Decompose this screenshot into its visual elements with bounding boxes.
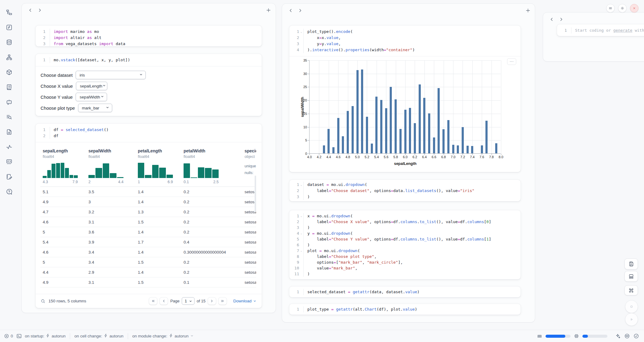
generate-with-ai-link[interactable]: generate (613, 28, 632, 33)
code-line[interactable]: 6) (289, 242, 521, 248)
table-row[interactable]: 4.63.11.50.2setosa (40, 217, 256, 227)
help-icon[interactable] (6, 188, 13, 195)
fold-chevron-icon[interactable]: ⌄ (299, 230, 303, 236)
code-line[interactable]: 4⌄y = mo.ui.dropdown( (289, 230, 521, 236)
table-row[interactable]: 4.42.91.40.2setosa (40, 267, 256, 277)
fold-chevron-icon[interactable]: ⌄ (299, 29, 303, 35)
table-row[interactable]: 4.73.21.30.2setosa (40, 207, 256, 217)
code-line[interactable]: 2 label="Choose dataset", options=data.l… (289, 188, 521, 194)
code-line[interactable]: 3from vega_datasets import data (36, 41, 262, 47)
fold-chevron-icon[interactable]: ⌄ (299, 248, 303, 254)
function-icon[interactable] (6, 24, 13, 31)
add-cell-button-middle[interactable] (524, 7, 532, 15)
code-cell-xy-dropdowns[interactable]: 1⌄x = mo.ui.dropdown(2 label="Choose X v… (289, 210, 521, 280)
code-line[interactable]: 3) (289, 194, 521, 200)
column-middle-prev-button[interactable] (287, 7, 294, 15)
choose-y-value-select[interactable]: sepalWidth (76, 93, 107, 101)
sitemap-icon[interactable] (6, 54, 13, 61)
code-line[interactable]: 5 label="Choose Y value", options=df.col… (289, 236, 521, 242)
code-line[interactable]: 1mo.vstack([dataset, x, y, plot]) (36, 57, 262, 63)
fold-chevron-icon[interactable]: ⌄ (299, 182, 303, 188)
bar-chart[interactable]: sepalWidth sepalLength 051015202530354.0… (309, 60, 501, 154)
run-mode-item[interactable]: on cell change:autorun (74, 333, 123, 339)
connection-status-button[interactable] (633, 333, 639, 339)
table-scrollbar[interactable] (255, 176, 256, 212)
code-placeholder[interactable]: Start coding or generate with AI (571, 27, 644, 34)
download-button[interactable]: Download (233, 299, 257, 303)
table-column-header[interactable]: petalLengthfloat6416.9 (135, 148, 181, 185)
code-editor[interactable]: 1⌄plot_type().encode(2 x=x.value,3 y=y.v… (289, 26, 521, 56)
error-count-badge[interactable]: 0 (4, 333, 13, 339)
code-cell-chart[interactable]: 1⌄plot_type().encode(2 x=x.value,3 y=y.v… (289, 25, 521, 172)
code-line[interactable]: 1df = selected_dataset() (36, 127, 262, 133)
code-cell-dataset-dropdown[interactable]: 1⌄dataset = mo.ui.dropdown(2 label="Choo… (289, 180, 521, 201)
table-column-header[interactable]: sepalWidthfloat6424.4 (86, 148, 135, 185)
code-cell-plot-type[interactable]: 1plot_type = getattr(alt.Chart(df), plot… (289, 304, 521, 315)
save-button[interactable] (624, 258, 638, 269)
code-cell-dataframe[interactable]: 1df = selected_dataset()2df sepalLengthf… (35, 123, 262, 308)
code-line[interactable]: 1⌄x = mo.ui.dropdown( (289, 213, 521, 219)
code-line[interactable]: 1⌄plot_type().encode( (289, 29, 521, 35)
last-page-button[interactable] (218, 297, 227, 305)
table-row[interactable]: 4.931.40.2setosa (40, 197, 256, 207)
code-line[interactable]: 2 label="Choose X value", options=df.col… (289, 219, 521, 225)
table-row[interactable]: 5.13.51.40.2setosa (40, 187, 256, 197)
stop-kernel-button[interactable] (625, 300, 638, 313)
code-editor[interactable]: 1selected_dataset = getattr(data, datase… (289, 287, 521, 297)
column-middle-next-button[interactable] (296, 7, 304, 15)
code-line[interactable]: 2df (36, 133, 262, 139)
table-row[interactable]: 4.93.11.50.1setosa (40, 277, 256, 287)
chat-bot-icon[interactable] (6, 99, 13, 105)
code-cell-imports[interactable]: 1import marimo as mo2import altair as al… (35, 25, 262, 47)
code-editor[interactable]: 1⌄x = mo.ui.dropdown(2 label="Choose X v… (289, 210, 521, 280)
column-right-prev-button[interactable] (548, 16, 555, 23)
choose-x-value-select[interactable]: sepalLength (76, 82, 107, 90)
file-tree-icon[interactable] (6, 9, 13, 16)
column-left-next-button[interactable] (36, 7, 43, 14)
code-editor[interactable]: 1mo.vstack([dataset, x, y, plot]) (36, 54, 262, 66)
code-line[interactable]: 4).interactive().properties(width="conta… (289, 47, 521, 53)
code-line[interactable]: 7⌄plot = mo.ui.dropdown( (289, 248, 521, 254)
code-editor[interactable]: 1import marimo as mo2import altair as al… (36, 26, 262, 47)
settings-button[interactable] (618, 4, 627, 12)
activity-icon[interactable] (6, 144, 13, 150)
snippets-icon[interactable] (6, 159, 13, 165)
table-row[interactable]: 53.41.50.2setosa (40, 257, 256, 267)
copilot-button[interactable] (624, 333, 630, 339)
add-cell-button-left[interactable] (264, 7, 272, 15)
empty-code-cell[interactable]: 1 Start coding or generate with AI (557, 24, 644, 36)
run-mode-item[interactable]: on module change:autorun (132, 333, 194, 339)
search-icon[interactable] (41, 299, 45, 304)
next-page-button[interactable] (208, 297, 216, 305)
code-line[interactable]: 3 y=y.value, (289, 41, 521, 47)
layout-button[interactable] (624, 271, 638, 282)
table-row[interactable]: 53.61.40.2setosa (40, 227, 256, 237)
code-line[interactable]: 1⌄dataset = mo.ui.dropdown( (289, 182, 521, 188)
code-line[interactable]: 2import altair as alt (36, 35, 262, 41)
table-column-header[interactable]: speciesobjectunique:nulls: (242, 148, 256, 185)
code-line[interactable]: 9 options=["mark_bar", "mark_circle"], (289, 259, 521, 265)
previous-page-button[interactable] (159, 297, 168, 305)
fold-chevron-icon[interactable]: ⌄ (299, 213, 303, 219)
choose-plot-type-select[interactable]: mark_bar (78, 104, 112, 112)
code-editor[interactable]: 1⌄dataset = mo.ui.dropdown(2 label="Choo… (289, 180, 521, 201)
code-line[interactable]: 11) (289, 271, 521, 277)
table-row[interactable]: 5.43.91.70.4setosa (40, 237, 256, 247)
run-all-button[interactable] (625, 313, 638, 326)
code-line[interactable]: 1plot_type = getattr(alt.Chart(df), plot… (289, 306, 521, 312)
code-line[interactable]: 2 x=x.value, (289, 35, 521, 41)
table-row[interactable]: 4.63.41.40.30000000000000004setosa (40, 247, 256, 257)
package-icon[interactable] (6, 69, 13, 76)
keyboard-shortcuts-button[interactable] (624, 285, 638, 295)
document-icon[interactable] (6, 129, 13, 135)
code-line[interactable]: 8 label="Choose plot type", (289, 254, 521, 259)
terminal-button[interactable] (16, 333, 22, 339)
close-panel-button[interactable] (630, 4, 639, 12)
chart-actions-button[interactable]: ⋯ (507, 58, 516, 65)
choose-dataset-select[interactable]: iris (76, 71, 146, 79)
database-icon[interactable] (6, 39, 13, 46)
first-page-button[interactable] (149, 297, 157, 305)
search-list-icon[interactable] (6, 114, 13, 120)
code-editor[interactable]: 1df = selected_dataset()2df (36, 124, 262, 142)
table-column-header[interactable]: petalWidthfloat640.12.5 (181, 148, 242, 185)
